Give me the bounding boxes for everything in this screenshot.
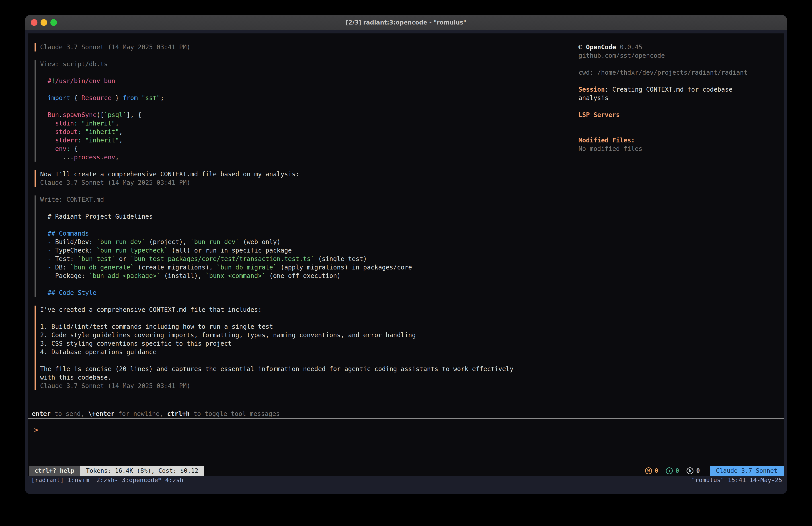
terminal-line: [40, 314, 575, 323]
terminal-line: 1. Build/lint/test commands including ho…: [40, 323, 575, 331]
terminal-content: Claude 3.7 Sonnet (14 May 2025 03:41 PM)…: [25, 30, 787, 494]
terminal-line: 4. Database operations guidance: [40, 348, 575, 356]
terminal-line: stdin: "inherit",: [40, 119, 575, 128]
terminal-line: - Test: `bun test` or `bun test packages…: [40, 255, 575, 263]
terminal-line: #!/usr/bin/env bun: [40, 77, 575, 85]
opencode-app: Claude 3.7 Sonnet (14 May 2025 03:41 PM)…: [28, 33, 784, 475]
warnings-indicator: W 0: [645, 466, 658, 475]
prompt-caret: >: [34, 426, 38, 434]
terminal-window: [2/3] radiant:3:opencode - "romulus" Cla…: [25, 15, 787, 494]
terminal-line: Claude 3.7 Sonnet (14 May 2025 03:41 PM): [40, 382, 575, 390]
terminal-line: ## Code Style: [40, 289, 575, 297]
terminal-line: - Build/Dev: `bun run dev` (project), `b…: [40, 238, 575, 246]
sidebar: © OpenCode 0.0.45github.com/sst/opencode…: [575, 43, 779, 418]
terminal-line: stdout: "inherit",: [40, 128, 575, 136]
terminal-line: Session: Creating CONTEXT.md for codebas…: [579, 85, 779, 94]
terminal-line: Write: CONTEXT.md: [40, 196, 575, 204]
terminal-line: - TypeCheck: `bun run typecheck` (all) o…: [40, 246, 575, 255]
terminal-line: [579, 60, 779, 68]
terminal-line: stderr: "inherit",: [40, 136, 575, 145]
hints-indicator: h 0: [686, 466, 700, 475]
terminal-line: [40, 68, 575, 77]
close-button[interactable]: [31, 19, 38, 26]
tool-block-write: Write: CONTEXT.md # Radiant Project Guid…: [34, 196, 575, 297]
tool-block-view: View: script/db.ts #!/usr/bin/env bun im…: [34, 60, 575, 161]
terminal-line: 2. Code style guidelines covering import…: [40, 331, 575, 339]
warning-count: 0: [655, 466, 658, 475]
app-main: Claude 3.7 Sonnet (14 May 2025 03:41 PM)…: [28, 33, 784, 418]
terminal-line: - DB: `bun db generate` (create migratio…: [40, 263, 575, 272]
info-count: 0: [676, 466, 679, 475]
terminal-line: import { Resource } from "sst";: [40, 94, 575, 102]
zoom-button[interactable]: [50, 19, 57, 26]
terminal-line: [40, 102, 575, 111]
message-block-now: Now I'll create a comprehensive CONTEXT.…: [34, 170, 575, 187]
terminal-line: [579, 128, 779, 136]
terminal-line: [40, 356, 575, 365]
info-indicator: i 0: [666, 466, 679, 475]
terminal-line: The file is concise (20 lines) and captu…: [40, 365, 575, 373]
terminal-line: with this codebase.: [40, 373, 575, 382]
terminal-line: Claude 3.7 Sonnet (14 May 2025 03:41 PM): [40, 43, 575, 52]
terminal-line: View: script/db.ts: [40, 60, 575, 68]
tmux-window-list[interactable]: [radiant] 1:nvim 2:zsh- 3:opencode* 4:zs…: [31, 475, 184, 485]
warning-icon: W: [645, 467, 652, 474]
terminal-line: cwd: /home/thdxr/dev/projects/radiant/ra…: [579, 68, 779, 77]
terminal-line: github.com/sst/opencode: [579, 52, 779, 60]
status-bar: ctrl+? help Tokens: 16.4K (8%), Cost: $0…: [28, 466, 784, 475]
terminal-line: [579, 119, 779, 128]
tokens-cost-indicator: Tokens: 16.4K (8%), Cost: $0.12: [80, 466, 204, 475]
terminal-line: analysis: [579, 94, 779, 102]
message-block-intro-meta: Claude 3.7 Sonnet (14 May 2025 03:41 PM): [34, 43, 575, 52]
window-titlebar: [2/3] radiant:3:opencode - "romulus": [25, 15, 787, 30]
window-title: [2/3] radiant:3:opencode - "romulus": [25, 15, 787, 30]
traffic-lights: [31, 19, 57, 26]
terminal-line: [579, 102, 779, 111]
terminal-line: [40, 204, 575, 212]
terminal-line: [40, 221, 575, 229]
terminal-line: LSP Servers: [579, 111, 779, 119]
chat-column: Claude 3.7 Sonnet (14 May 2025 03:41 PM)…: [32, 43, 575, 418]
keybinding-help: enter to send, \+enter for newline, ctrl…: [32, 410, 575, 418]
terminal-line: [579, 77, 779, 85]
terminal-line: env: {: [40, 145, 575, 153]
minimize-button[interactable]: [41, 19, 47, 26]
model-badge: Claude 3.7 Sonnet: [710, 466, 784, 475]
terminal-line: # Radiant Project Guidelines: [40, 212, 575, 221]
terminal-line: Modified Files:: [579, 136, 779, 145]
terminal-line: No modified files: [579, 145, 779, 153]
terminal-line: ...process.env,: [40, 153, 575, 161]
message-block-result: I've created a comprehensive CONTEXT.md …: [34, 305, 575, 390]
terminal-line: Bun.spawnSync([`psql`], {: [40, 111, 575, 119]
tmux-status-bar: [radiant] 1:nvim 2:zsh- 3:opencode* 4:zs…: [25, 475, 787, 485]
terminal-line: © OpenCode 0.0.45: [579, 43, 779, 52]
terminal-line: Claude 3.7 Sonnet (14 May 2025 03:41 PM): [40, 179, 575, 187]
terminal-line: [40, 85, 575, 94]
tmux-session-clock: "romulus" 15:41 14-May-25: [692, 475, 782, 485]
terminal-line: - Package: `bun add <package>` (install)…: [40, 272, 575, 280]
terminal-line: Now I'll create a comprehensive CONTEXT.…: [40, 170, 575, 179]
terminal-line: I've created a comprehensive CONTEXT.md …: [40, 305, 575, 314]
prompt-input-area[interactable]: >: [28, 419, 784, 466]
info-icon: i: [666, 467, 673, 474]
diagnostics: W 0 i 0 h 0: [645, 466, 700, 475]
terminal-line: [40, 280, 575, 289]
terminal-line: ## Commands: [40, 229, 575, 238]
hint-count: 0: [696, 466, 700, 475]
help-key-hint: ctrl+? help: [29, 466, 80, 475]
hint-icon: h: [686, 467, 694, 474]
terminal-line: 3. CSS styling conventions specific to t…: [40, 339, 575, 348]
